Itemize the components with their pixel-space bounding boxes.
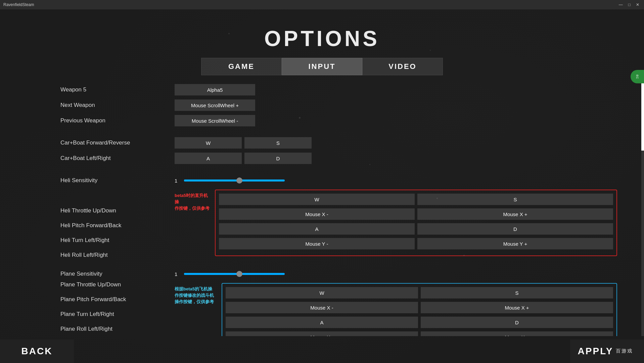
heli-roll-row: Mouse Y - Mouse Y + [219,237,613,250]
plane-roll-key2[interactable]: Mouse X + [421,331,613,336]
plane-annotation: 根据beta5的飞机操 作按键修改的战斗机 操作按键，仅供参考 [175,283,222,305]
weapon5-row: Weapon 5 Alpha5 [60,83,617,96]
car-leftright-label: Car+Boat Left/Right [60,155,175,162]
weapon5-key1[interactable]: Alpha5 [175,84,255,95]
plane-roll-keys: Mouse X - Mouse X + [226,331,613,336]
heli-pitch-key2[interactable]: Mouse X + [417,208,613,220]
heli-throttle-key2[interactable]: S [417,194,613,205]
plane-turn-keys: A D [226,317,613,328]
car-forward-key2[interactable]: S [244,137,312,149]
window-title: RavenfieldSteam [3,2,34,7]
heli-roll-key2[interactable]: Mouse Y + [417,238,613,249]
window-controls[interactable]: — □ ✕ [617,2,641,7]
apply-button[interactable]: APPLY 百游戏 [570,339,644,363]
plane-pitch-key1[interactable]: Mouse X - [226,302,418,313]
decor-dot-2 [430,50,431,51]
heli-pitch-key1[interactable]: Mouse X - [219,208,415,220]
heli-turn-keys: A D [219,223,613,235]
heli-roll-label: Heli Roll Left/Right [60,252,108,258]
heli-labels: Heli Throttle Up/Down Heli Pitch Forward… [60,204,175,261]
scrollbar-thumb[interactable] [641,83,644,151]
tab-input[interactable]: INPUT [282,58,362,75]
plane-note-text: 根据beta5的飞机操 作按键修改的战斗机 操作按键，仅供参考 [175,286,214,304]
plane-roll-row: Mouse X - Mouse X + [226,331,613,336]
decor-dot-4 [369,164,370,165]
plane-turn-key2[interactable]: D [421,317,613,328]
heli-roll-keys: Mouse Y - Mouse Y + [219,238,613,249]
heli-throttle-row: W S [219,193,613,206]
heli-turn-label: Heli Turn Left/Right [60,237,109,244]
prev-weapon-label: Previous Weapon [60,117,175,124]
plane-throttle-key1[interactable]: W [226,287,418,298]
scrollbar[interactable] [641,83,644,336]
plane-throttle-key2[interactable]: S [421,287,613,298]
weapon5-label: Weapon 5 [60,86,175,93]
tab-game[interactable]: GAME [201,58,282,75]
next-weapon-label: Next Weapon [60,102,175,109]
car-leftright-keys: A D [175,153,312,164]
heli-throttle-label: Heli Throttle Up/Down [60,207,116,214]
heli-annotation: beta5时的直升机操 作按键，仅供参考 [175,190,215,212]
decor-dot-7 [463,255,465,256]
car-forward-key1[interactable]: W [175,137,242,149]
heli-turn-row: A D [219,223,613,235]
tab-bar: GAME INPUT VIDEO [0,58,644,75]
heli-roll-key1[interactable]: Mouse Y - [219,238,415,249]
plane-group: W S Mouse X - Mouse X + A D [222,283,617,336]
title-bar: RavenfieldSteam — □ ✕ [0,0,644,9]
plane-turn-key1[interactable]: A [226,317,418,328]
decor-dot-3 [299,117,301,119]
plane-pitch-label: Plane Pitch Forward/Back [60,296,126,303]
car-leftright-row: Car+Boat Left/Right A D [60,152,617,165]
tab-video[interactable]: VIDEO [362,58,443,75]
heli-turn-key1[interactable]: A [219,223,415,235]
heli-throttle-keys: W S [219,194,613,205]
heli-pitch-row: Mouse X - Mouse X + [219,208,613,220]
plane-pitch-key2[interactable]: Mouse X + [421,302,613,313]
plane-sensitivity-track[interactable] [184,273,285,275]
heli-annotation-spacer [60,190,175,192]
plane-roll-key1[interactable]: Mouse X - [226,331,418,336]
heli-throttle-key1[interactable]: W [219,194,415,205]
plane-pitch-keys: Mouse X - Mouse X + [226,302,613,313]
next-weapon-key1[interactable]: Mouse ScrollWheel + [175,99,255,111]
minimize-btn[interactable]: — [617,2,624,7]
plane-throttle-label: Plane Throttle Up/Down [60,281,121,288]
heli-note-text: beta5时的直升机操 作按键，仅供参考 [175,193,210,211]
close-btn[interactable]: ✕ [635,2,641,7]
back-button[interactable]: BACK [0,339,74,363]
plane-roll-label: Plane Roll Left/Right [60,326,112,332]
plane-throttle-keys: W S [226,287,613,298]
prev-weapon-key1[interactable]: Mouse ScrollWheel - [175,115,255,126]
car-forward-keys: W S [175,137,312,149]
heli-group: W S Mouse X - Mouse X + A D [215,190,617,256]
heli-sensitivity-label: Heli Sensitivity [60,177,175,184]
decor-dot-1 [228,33,230,34]
heli-turn-key2[interactable]: D [417,223,613,235]
heli-sensitivity-value: 1 [175,178,181,184]
heli-pitch-keys: Mouse X - Mouse X + [219,208,613,220]
maximize-btn[interactable]: □ [627,2,632,7]
watermark: 百游戏 [616,348,633,354]
main-content: OPTIONS GAME INPUT VIDEO Weapon 5 Alpha5… [0,9,644,363]
bottom-bar: BACK APPLY 百游戏 [0,339,644,363]
plane-turn-row: A D [226,316,613,329]
plane-pitch-row: Mouse X - Mouse X + [226,301,613,314]
decor-dot-5 [436,198,438,199]
car-forward-row: Car+Boat Forward/Reverse W S [60,136,617,149]
heli-pitch-label: Heli Pitch Forward/Back [60,222,121,229]
plane-turn-label: Plane Turn Left/Right [60,311,114,318]
heli-sensitivity-track[interactable] [184,179,285,182]
car-forward-label: Car+Boat Forward/Reverse [60,139,175,146]
plane-labels: Plane Throttle Up/Down Plane Pitch Forwa… [60,278,175,335]
car-leftright-key2[interactable]: D [244,153,312,164]
next-weapon-row: Next Weapon Mouse ScrollWheel + [60,99,617,112]
page-title: OPTIONS [0,9,644,58]
plane-sensitivity-label: Plane Sensitivity [60,271,175,277]
plane-throttle-row: W S [226,286,613,299]
heli-sensitivity-row: Heli Sensitivity 1 [60,174,617,187]
prev-weapon-row: Previous Weapon Mouse ScrollWheel - [60,114,617,127]
green-badge: EC [631,70,644,83]
car-leftright-key1[interactable]: A [175,153,242,164]
decor-dot-6 [81,238,82,239]
